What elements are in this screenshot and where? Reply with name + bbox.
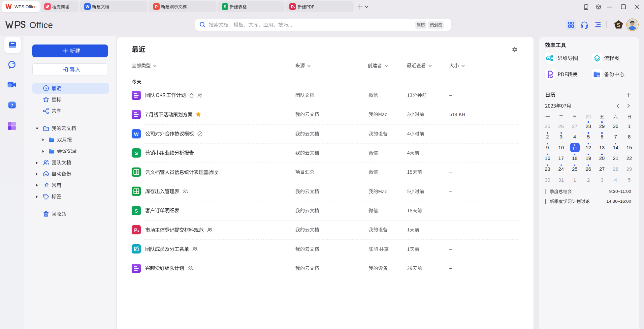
svg-text:S: S <box>135 150 138 156</box>
svg-text:S: S <box>135 208 138 214</box>
svg-text:S: S <box>224 5 226 9</box>
svg-text:P: P <box>155 5 158 9</box>
svg-text:P: P <box>134 227 137 233</box>
svg-text:W: W <box>85 5 89 9</box>
svg-text:S: S <box>617 22 620 28</box>
svg-text:W: W <box>134 131 139 137</box>
svg-text:P: P <box>291 5 294 9</box>
svg-text:7: 7 <box>11 103 13 108</box>
